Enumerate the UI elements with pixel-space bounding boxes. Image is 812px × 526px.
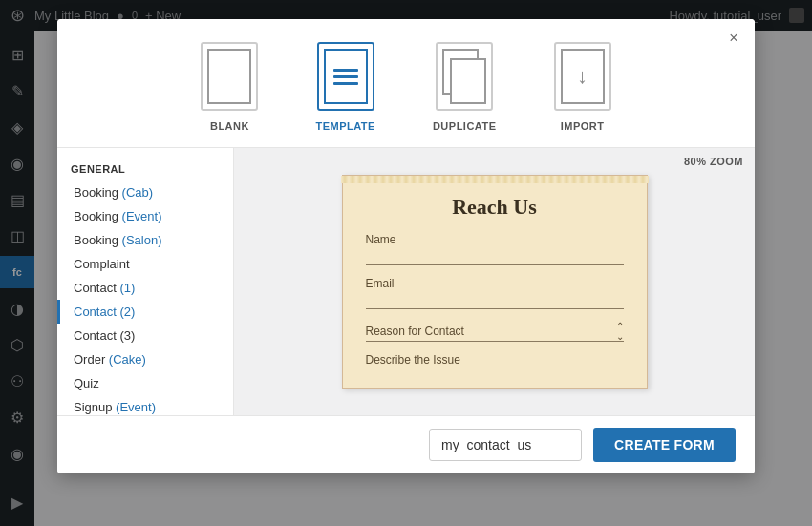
modal-body: GENERAL Booking (Cab) Booking (Event) Bo…	[57, 148, 755, 415]
template-item-booking-cab[interactable]: Booking (Cab)	[57, 180, 233, 204]
modal-overlay: × BLANK TEMPLATE	[0, 0, 812, 526]
template-icon	[317, 42, 374, 111]
template-item-booking-salon[interactable]: Booking (Salon)	[57, 228, 233, 252]
form-name-input[interactable]	[429, 429, 582, 461]
field-label-name: Name	[366, 233, 624, 246]
form-type-import[interactable]: ↓ IMPORT	[554, 42, 611, 132]
blank-icon	[201, 42, 258, 111]
template-item-contact-2[interactable]: Contact (2)	[57, 300, 233, 324]
form-type-template[interactable]: TEMPLATE	[315, 42, 374, 132]
modal-footer: CREATE FORM	[57, 415, 755, 473]
parchment-form: Reach Us Name Email Reason for Contact ⌃…	[342, 175, 648, 389]
modal-close-button[interactable]: ×	[724, 29, 743, 48]
duplicate-icon	[436, 42, 493, 111]
template-label: TEMPLATE	[315, 120, 374, 132]
field-select-reason: Reason for Contact ⌃⌄	[366, 321, 624, 342]
import-label: IMPORT	[561, 120, 605, 132]
select-arrow-icon: ⌃⌄	[616, 321, 624, 342]
preview-content: Reach Us Name Email Reason for Contact ⌃…	[234, 148, 755, 415]
template-item-contact-1[interactable]: Contact (1)	[57, 276, 233, 300]
field-label-reason: Reason for Contact	[366, 325, 464, 338]
template-item-booking-event[interactable]: Booking (Event)	[57, 204, 233, 228]
field-line-email	[366, 292, 624, 309]
template-item-order-cake[interactable]: Order (Cake)	[57, 347, 233, 371]
form-preview-title: Reach Us	[366, 195, 624, 220]
field-line-name	[366, 248, 624, 265]
template-section-general: GENERAL	[57, 156, 233, 180]
form-type-duplicate[interactable]: DUPLICATE	[433, 42, 497, 132]
template-item-quiz[interactable]: Quiz	[57, 371, 233, 395]
import-icon: ↓	[554, 42, 611, 111]
arrow-down-icon: ↓	[577, 66, 588, 87]
zoom-label: 80% ZOOM	[684, 156, 743, 167]
template-list: GENERAL Booking (Cab) Booking (Event) Bo…	[57, 148, 234, 415]
template-preview: 80% ZOOM Reach Us Name Email Reason for …	[234, 148, 755, 415]
form-type-blank[interactable]: BLANK	[201, 42, 258, 132]
duplicate-label: DUPLICATE	[433, 120, 497, 132]
template-item-signup-event[interactable]: Signup (Event)	[57, 395, 233, 415]
template-item-complaint[interactable]: Complaint	[57, 252, 233, 276]
create-form-modal: × BLANK TEMPLATE	[57, 19, 755, 473]
field-label-describe: Describe the Issue	[366, 353, 624, 367]
create-form-button[interactable]: CREATE FORM	[593, 428, 736, 462]
field-label-email: Email	[366, 277, 624, 290]
blank-label: BLANK	[210, 120, 249, 132]
template-item-contact-3[interactable]: Contact (3)	[57, 324, 233, 347]
form-type-selector: BLANK TEMPLATE	[57, 19, 755, 148]
